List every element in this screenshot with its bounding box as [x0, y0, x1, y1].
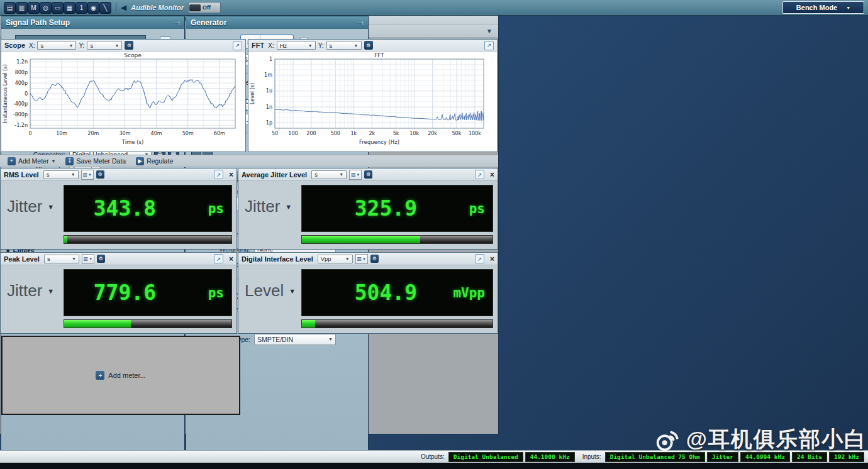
monitor-o-icon[interactable]: ◎	[40, 2, 52, 14]
scope-y-unit-value: s	[90, 42, 93, 49]
svg-text:1m: 1m	[264, 72, 272, 78]
fft-x-label: X:	[268, 42, 274, 49]
filter-funnel-icon[interactable]: ▼	[486, 28, 492, 35]
meter-popout-icon[interactable]: ↗	[475, 170, 484, 179]
meter-unit-select[interactable]: Vpp▼	[318, 255, 353, 263]
digital-interface-level-meter: Digital Interface Level Vpp▼ ▥▼ ⚙ ↗ × Le…	[238, 253, 498, 333]
meter-channel-label: Jitter	[7, 197, 42, 216]
meter-close-icon[interactable]: ×	[490, 255, 494, 263]
svg-text:-400p: -400p	[13, 101, 28, 107]
bench-mode-button[interactable]: Bench Mode ▼	[782, 1, 864, 14]
save-meter-data-label: Save Meter Data	[76, 157, 126, 165]
svg-text:100k: 100k	[469, 131, 481, 136]
svg-text:1k: 1k	[350, 131, 357, 136]
meter-popout-icon[interactable]: ↗	[214, 254, 223, 263]
meter-value: 343.8	[94, 196, 156, 221]
meter-settings-button[interactable]: ⚙	[96, 170, 104, 179]
fft-y-unit-select[interactable]: s▼	[326, 41, 362, 50]
meter-close-icon[interactable]: ×	[229, 255, 233, 263]
meter-unit-select[interactable]: s▼	[311, 170, 347, 179]
scope-x-unit-value: s	[40, 42, 43, 49]
toolbar-separator	[116, 3, 116, 13]
meter-display-mode-button[interactable]: ▥▼	[82, 254, 94, 264]
scope-y-label: Y:	[79, 42, 84, 49]
add-meter-dropzone[interactable]: + Add meter...	[1, 336, 240, 415]
open-project-icon[interactable]: ▥	[16, 2, 28, 14]
meter-unit-value: s	[47, 255, 50, 262]
layout-icon[interactable]: ▭	[52, 2, 64, 14]
inputs-status: Digital Unbalanced 75 OhmJitter44.0994 k…	[605, 452, 864, 462]
svg-text:1: 1	[269, 57, 272, 62]
meter-value: 779.6	[94, 280, 156, 305]
svg-text:10k: 10k	[409, 131, 419, 136]
fft-x-unit-value: Hz	[280, 42, 287, 49]
add-meter-label: Add Meter	[18, 157, 48, 165]
meter-value-unit: mVpp	[417, 285, 492, 301]
meter-close-icon[interactable]: ×	[229, 171, 233, 179]
grid-view-icon[interactable]: ▦	[64, 2, 75, 14]
fft-panel-header: FFT X: Hz▼ Y: s▼ ⚙ ↗	[248, 40, 497, 52]
top-toolbar-icons: ▤▥M◎▭▦1◉╲	[4, 1, 111, 14]
fft-x-unit-select[interactable]: Hz▼	[277, 41, 316, 50]
meter-channel-select[interactable]: Jitter▼	[245, 197, 292, 216]
meter-channel-label: Jitter	[245, 197, 280, 216]
meter-channel-label: Level	[245, 281, 284, 301]
scope-y-unit-select[interactable]: s▼	[87, 41, 122, 50]
meter-settings-button[interactable]: ⚙	[97, 255, 105, 263]
meter-settings-button[interactable]: ⚙	[370, 255, 379, 263]
new-file-icon[interactable]: ▤	[4, 2, 16, 14]
meter-display-mode-button[interactable]: ▥▼	[355, 254, 368, 264]
pointer-icon[interactable]: ╲	[99, 2, 111, 14]
panel-one-icon[interactable]: 1	[75, 2, 87, 14]
svg-text:1n: 1n	[266, 104, 272, 110]
meter-close-icon[interactable]: ×	[490, 171, 494, 179]
meter-display-mode-button[interactable]: ▥▼	[349, 170, 362, 180]
plus-icon: +	[96, 371, 104, 380]
outputs-status: Digital Unbalanced44.1000 kHz	[448, 452, 575, 462]
pin-icon[interactable]: ⊣	[358, 19, 364, 26]
save-meter-data-button[interactable]: ↧ Save Meter Data	[62, 156, 129, 167]
meter-value-unit: ps	[417, 201, 492, 216]
scope-settings-button[interactable]: ⚙	[125, 41, 133, 50]
meter-unit-select[interactable]: s▼	[43, 170, 79, 179]
record-icon[interactable]: ◉	[87, 2, 99, 14]
meter-unit-select[interactable]: s▼	[44, 255, 79, 263]
meter-header: RMS Level s▼ ▥▼ ⚙ ↗ ×	[1, 168, 236, 181]
scope-popout-icon[interactable]: ↗	[233, 41, 242, 50]
meter-display-mode-button[interactable]: ▥▼	[81, 170, 94, 180]
scope-title: Scope	[4, 41, 25, 49]
fft-settings-button[interactable]: ⚙	[364, 41, 373, 50]
svg-text:50: 50	[272, 131, 278, 136]
meter-settings-button[interactable]: ⚙	[364, 170, 372, 179]
meter-body: Jitter▼ 779.6 ps	[1, 265, 236, 333]
meter-display: 504.9 mVpp	[301, 269, 493, 316]
fft-chart[interactable]: 11m1u1n1p501002005001k2k5k10k20k50k100kF…	[248, 52, 497, 151]
imd-type-select[interactable]: SMPTE/DIN▼	[254, 334, 336, 345]
meter-body: Jitter▼ 343.8 ps	[1, 180, 236, 249]
audible-monitor-toggle[interactable]: Off	[188, 2, 221, 13]
svg-text:400p: 400p	[15, 80, 28, 86]
fft-popout-icon[interactable]: ↗	[484, 41, 494, 50]
input-status-lcd: 44.0994 kHz	[740, 452, 790, 462]
meter-unit-value: s	[314, 171, 318, 178]
svg-text:-1.2n: -1.2n	[14, 123, 28, 128]
svg-text:100: 100	[288, 131, 298, 136]
regulate-button[interactable]: ▶ Regulate	[133, 156, 176, 167]
pin-icon[interactable]: ⊣	[174, 19, 180, 26]
meter-bar-fill	[302, 320, 315, 328]
meter-channel-select[interactable]: Jitter▼	[7, 281, 54, 301]
add-meter-button[interactable]: + Add Meter ▼	[4, 156, 58, 167]
svg-text:50k: 50k	[452, 131, 462, 136]
monitor-m-icon[interactable]: M	[28, 2, 40, 14]
meter-channel-select[interactable]: Level▼	[245, 281, 296, 301]
meter-popout-icon[interactable]: ↗	[475, 254, 484, 263]
scope-chart[interactable]: 1.2n800p400p0-400p-800p-1.2n010m20m30m40…	[1, 52, 245, 151]
apx500-window: ▤▥M◎▭▦1◉╲ ◀ Audible Monitor Off Bench Mo…	[0, 0, 868, 469]
outputs-label: Outputs:	[421, 453, 445, 460]
meter-popout-icon[interactable]: ↗	[214, 170, 223, 179]
meter-channel-select[interactable]: Jitter▼	[7, 197, 54, 216]
save-icon: ↧	[65, 157, 74, 165]
meter-bar	[64, 319, 232, 328]
svg-text:60m: 60m	[214, 131, 225, 136]
scope-x-unit-select[interactable]: s▼	[37, 41, 76, 50]
